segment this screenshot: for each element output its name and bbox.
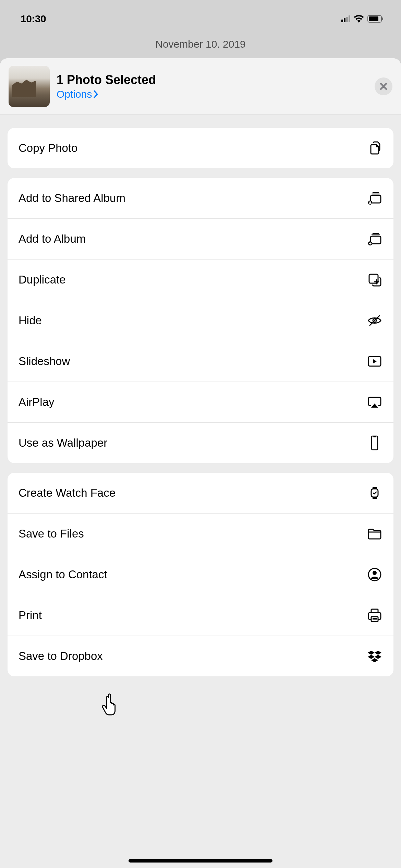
svg-line-14 bbox=[370, 316, 379, 325]
action-slideshow[interactable]: Slideshow bbox=[8, 341, 393, 382]
cellular-icon bbox=[341, 15, 350, 22]
action-watch-face[interactable]: Create Watch Face bbox=[8, 473, 393, 514]
battery-icon bbox=[367, 15, 384, 23]
action-label: Hide bbox=[19, 314, 42, 327]
action-add-album[interactable]: Add to Album bbox=[8, 219, 393, 260]
action-label: Duplicate bbox=[19, 273, 66, 286]
sheet-title: 1 Photo Selected bbox=[57, 73, 368, 87]
share-sheet-header: 1 Photo Selected Options bbox=[0, 58, 401, 115]
printer-icon bbox=[366, 607, 383, 624]
airplay-icon bbox=[366, 394, 383, 411]
action-hide[interactable]: Hide bbox=[8, 300, 393, 341]
action-label: Add to Shared Album bbox=[19, 192, 125, 205]
action-assign-contact[interactable]: Assign to Contact bbox=[8, 554, 393, 595]
time-label: 10:30 bbox=[21, 13, 46, 25]
status-indicators bbox=[341, 15, 384, 23]
action-label: AirPlay bbox=[19, 396, 54, 409]
action-airplay[interactable]: AirPlay bbox=[8, 382, 393, 423]
action-save-files[interactable]: Save to Files bbox=[8, 514, 393, 554]
svg-rect-18 bbox=[371, 489, 378, 497]
action-label: Copy Photo bbox=[19, 142, 77, 155]
action-label: Print bbox=[19, 609, 42, 622]
shared-album-icon bbox=[366, 190, 383, 207]
actions-container: Copy Photo Add to Shared Album Add to Al… bbox=[0, 115, 401, 700]
status-bar: 10:30 bbox=[0, 0, 401, 34]
header-text: 1 Photo Selected Options bbox=[57, 73, 368, 100]
action-wallpaper[interactable]: Use as Wallpaper bbox=[8, 423, 393, 463]
action-label: Save to Files bbox=[19, 527, 84, 540]
svg-rect-2 bbox=[382, 17, 383, 20]
action-label: Save to Dropbox bbox=[19, 650, 103, 663]
action-group: Create Watch Face Save to Files Assign t… bbox=[8, 473, 393, 676]
options-button[interactable]: Options bbox=[57, 88, 368, 100]
folder-icon bbox=[366, 525, 383, 542]
share-sheet: 1 Photo Selected Options Copy Photo bbox=[0, 58, 401, 868]
action-copy-photo[interactable]: Copy Photo bbox=[8, 128, 393, 168]
contact-icon bbox=[366, 566, 383, 583]
action-group: Copy Photo bbox=[8, 128, 393, 168]
duplicate-icon bbox=[366, 271, 383, 288]
wifi-icon bbox=[354, 15, 364, 23]
action-label: Add to Album bbox=[19, 232, 86, 245]
action-add-shared-album[interactable]: Add to Shared Album bbox=[8, 178, 393, 219]
action-duplicate[interactable]: Duplicate bbox=[8, 260, 393, 300]
cursor-pointer-icon bbox=[101, 692, 121, 716]
action-label: Use as Wallpaper bbox=[19, 436, 107, 449]
action-print[interactable]: Print bbox=[8, 595, 393, 636]
close-button[interactable] bbox=[375, 77, 392, 95]
home-indicator[interactable] bbox=[129, 859, 272, 863]
hide-icon bbox=[366, 312, 383, 329]
action-label: Slideshow bbox=[19, 355, 70, 368]
play-icon bbox=[366, 353, 383, 370]
watch-icon bbox=[366, 484, 383, 502]
svg-rect-1 bbox=[369, 16, 378, 21]
action-label: Create Watch Face bbox=[19, 486, 116, 499]
action-group: Add to Shared Album Add to Album Duplica… bbox=[8, 178, 393, 463]
svg-point-21 bbox=[373, 571, 377, 575]
svg-rect-16 bbox=[372, 436, 378, 450]
close-icon bbox=[379, 82, 388, 91]
svg-rect-17 bbox=[373, 436, 376, 437]
copy-icon bbox=[366, 140, 383, 157]
photo-thumbnail[interactable] bbox=[9, 66, 50, 107]
phone-icon bbox=[366, 434, 383, 451]
chevron-right-icon bbox=[93, 90, 99, 98]
add-album-icon bbox=[366, 230, 383, 248]
background-content: November 10, 2019 bbox=[0, 34, 401, 48]
dropbox-icon bbox=[366, 648, 383, 665]
action-label: Assign to Contact bbox=[19, 568, 107, 581]
action-save-dropbox[interactable]: Save to Dropbox bbox=[8, 636, 393, 676]
options-label: Options bbox=[57, 88, 92, 100]
svg-rect-23 bbox=[371, 617, 378, 622]
